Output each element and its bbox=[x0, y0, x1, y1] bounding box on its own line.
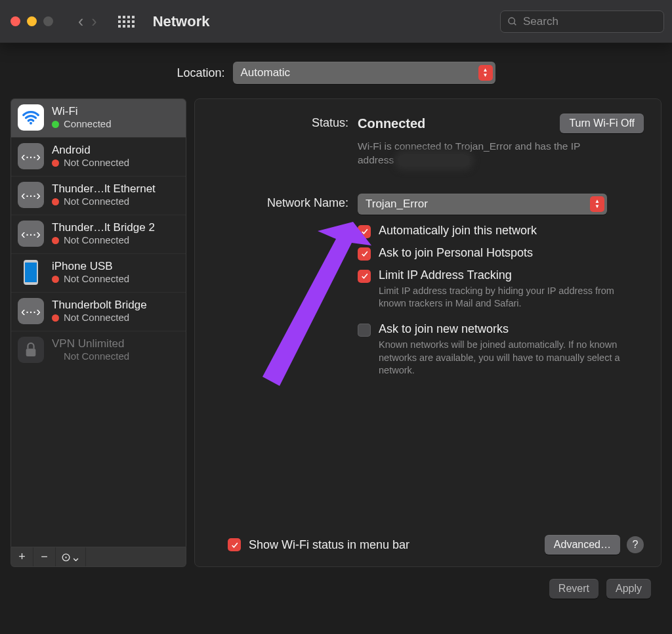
svg-rect-3 bbox=[26, 349, 36, 356]
sidebar-item-thunderbolt-ethernet[interactable]: ‹···› Thunder…lt Ethernet Not Connected bbox=[11, 176, 186, 215]
sidebar-item-label: VPN Unlimited bbox=[52, 337, 129, 350]
sidebar-item-status: Connected bbox=[64, 118, 112, 130]
window-footer: Revert Apply bbox=[10, 567, 662, 599]
sidebar-item-android[interactable]: ‹···› Android Not Connected bbox=[11, 137, 186, 176]
sidebar-item-label: Thunderbolt Bridge bbox=[52, 299, 147, 312]
checkbox-icon[interactable] bbox=[358, 270, 371, 283]
detail-panel: Status: Connected Turn Wi-Fi Off Wi-Fi i… bbox=[194, 98, 662, 567]
minimize-window-button[interactable] bbox=[27, 16, 37, 26]
status-dot-icon bbox=[52, 121, 59, 128]
search-icon bbox=[507, 16, 518, 27]
option-description: Known networks will be joined automatica… bbox=[379, 339, 632, 377]
svg-line-1 bbox=[514, 23, 516, 25]
sidebar-item-status: Not Connected bbox=[64, 157, 129, 169]
add-interface-button[interactable]: + bbox=[11, 547, 33, 566]
checkbox-icon[interactable] bbox=[358, 247, 371, 261]
search-field[interactable]: Search bbox=[500, 11, 664, 33]
option-limit-ip[interactable]: Limit IP Address Tracking Limit IP addre… bbox=[358, 268, 644, 310]
wifi-icon bbox=[18, 104, 44, 131]
status-dot-icon bbox=[52, 198, 59, 205]
detail-footer: Show Wi-Fi status in menu bar Advanced… … bbox=[212, 526, 644, 555]
status-label: Status: bbox=[212, 114, 348, 130]
traffic-lights bbox=[10, 16, 53, 26]
status-dot-icon bbox=[52, 314, 59, 322]
ethernet-icon: ‹···› bbox=[18, 182, 44, 208]
sidebar-item-status: Not Connected bbox=[64, 273, 129, 285]
sidebar-item-label: Thunder…lt Bridge 2 bbox=[52, 221, 155, 234]
location-label: Location: bbox=[177, 66, 224, 80]
network-name-select[interactable]: Trojan_Error ▲▼ bbox=[358, 194, 607, 215]
sidebar-item-status: Not Connected bbox=[64, 312, 129, 324]
search-placeholder: Search bbox=[523, 15, 558, 28]
location-select[interactable]: Automatic ▲▼ bbox=[233, 62, 495, 84]
svg-point-0 bbox=[509, 18, 514, 24]
sidebar-item-wifi[interactable]: Wi-Fi Connected bbox=[11, 99, 186, 137]
nav-buttons: ‹ › bbox=[78, 13, 97, 30]
more-interface-button[interactable]: ⊙⌄ bbox=[56, 547, 86, 566]
status-row: Status: Connected Turn Wi-Fi Off Wi-Fi i… bbox=[212, 114, 644, 167]
lock-icon bbox=[18, 337, 44, 363]
option-ask-hotspot[interactable]: Ask to join Personal Hotspots bbox=[358, 246, 644, 261]
sidebar-item-thunderbolt-bridge-2[interactable]: ‹···› Thunder…lt Bridge 2 Not Connected bbox=[11, 215, 186, 253]
network-name-row: Network Name: Trojan_Error ▲▼ Automatica… bbox=[212, 194, 644, 377]
select-stepper-icon: ▲▼ bbox=[590, 196, 604, 212]
iphone-icon bbox=[18, 259, 44, 285]
sidebar-item-iphone-usb[interactable]: iPhone USB Not Connected bbox=[11, 253, 186, 292]
option-ask-new[interactable]: Ask to join new networks Known networks … bbox=[358, 322, 644, 377]
status-dot-icon bbox=[52, 159, 59, 167]
sidebar-item-vpn[interactable]: VPN Unlimited Not Connected bbox=[11, 331, 186, 370]
status-dot-icon bbox=[52, 237, 59, 244]
option-description: Limit IP address tracking by hiding your… bbox=[379, 285, 632, 310]
help-button[interactable]: ? bbox=[627, 536, 644, 553]
status-description: Wi-Fi is connected to Trojan_Error and h… bbox=[358, 140, 614, 167]
status-dot-icon bbox=[52, 276, 59, 283]
sidebar-item-label: iPhone USB bbox=[52, 260, 129, 273]
window-toolbar: ‹ › Network Search bbox=[0, 0, 672, 43]
interfaces-sidebar: Wi-Fi Connected ‹···› Android Not Connec… bbox=[10, 98, 186, 567]
revert-button[interactable]: Revert bbox=[549, 579, 598, 599]
location-value: Automatic bbox=[241, 66, 291, 79]
sidebar-item-label: Wi-Fi bbox=[52, 105, 112, 118]
ethernet-icon: ‹···› bbox=[18, 221, 44, 247]
window-title: Network bbox=[153, 13, 210, 30]
option-label: Ask to join Personal Hotspots bbox=[379, 246, 533, 260]
sidebar-item-label: Thunder…lt Ethernet bbox=[52, 182, 156, 196]
sidebar-item-thunderbolt-bridge[interactable]: ‹···› Thunderbolt Bridge Not Connected bbox=[11, 292, 186, 331]
option-label: Limit IP Address Tracking bbox=[379, 268, 632, 282]
checkbox-icon[interactable] bbox=[358, 225, 371, 238]
back-button[interactable]: ‹ bbox=[78, 13, 83, 30]
ethernet-icon: ‹···› bbox=[18, 298, 44, 324]
location-row: Location: Automatic ▲▼ bbox=[10, 62, 662, 84]
checkbox-icon[interactable] bbox=[358, 324, 371, 337]
status-value: Connected bbox=[358, 116, 425, 131]
forward-button[interactable]: › bbox=[91, 13, 96, 30]
turn-wifi-off-button[interactable]: Turn Wi-Fi Off bbox=[560, 114, 644, 133]
sidebar-item-status: Not Connected bbox=[64, 234, 129, 246]
network-name-label: Network Name: bbox=[212, 194, 348, 210]
apply-button[interactable]: Apply bbox=[606, 579, 651, 599]
sidebar-item-label: Android bbox=[52, 144, 129, 157]
select-stepper-icon: ▲▼ bbox=[478, 65, 493, 81]
show-menu-checkbox[interactable] bbox=[228, 538, 241, 551]
option-label: Automatically join this network bbox=[379, 224, 537, 238]
remove-interface-button[interactable]: − bbox=[33, 547, 56, 566]
sidebar-item-status: Not Connected bbox=[64, 350, 129, 362]
ethernet-icon: ‹···› bbox=[18, 143, 44, 169]
svg-point-2 bbox=[30, 122, 32, 125]
option-label: Ask to join new networks bbox=[379, 322, 632, 336]
redacted-ip bbox=[398, 154, 470, 167]
sidebar-item-status: Not Connected bbox=[64, 196, 129, 207]
network-name-value: Trojan_Error bbox=[366, 198, 428, 211]
sidebar-footer: + − ⊙⌄ bbox=[10, 547, 186, 567]
option-auto-join[interactable]: Automatically join this network bbox=[358, 224, 644, 238]
advanced-button[interactable]: Advanced… bbox=[545, 535, 620, 555]
show-menu-label: Show Wi-Fi status in menu bar bbox=[249, 538, 410, 552]
interfaces-list[interactable]: Wi-Fi Connected ‹···› Android Not Connec… bbox=[10, 98, 186, 547]
show-all-prefs-button[interactable] bbox=[118, 16, 135, 28]
close-window-button[interactable] bbox=[10, 16, 20, 26]
maximize-window-button[interactable] bbox=[43, 16, 53, 26]
